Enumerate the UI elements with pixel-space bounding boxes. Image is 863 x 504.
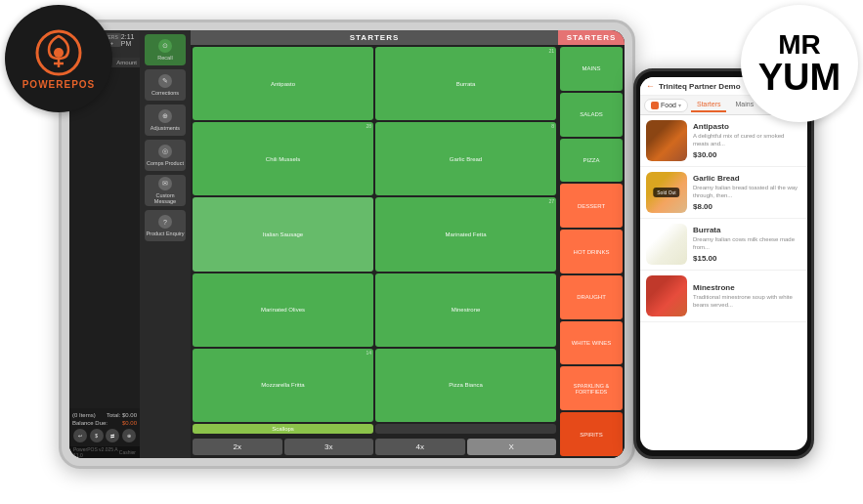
recall-icon: ⊙ bbox=[158, 39, 172, 53]
antipasto-price: $30.00 bbox=[693, 150, 801, 159]
phone-item-burrata[interactable]: Burrata Dreamy Italian cows milk cheese … bbox=[640, 219, 807, 271]
minestrone-name: Minestrone bbox=[693, 283, 801, 292]
total-value: Total: $0.00 bbox=[107, 412, 137, 418]
burrata-info: Burrata Dreamy Italian cows milk cheese … bbox=[693, 226, 801, 264]
product-enquiry-icon: ? bbox=[158, 215, 172, 229]
time-display: 2:11 PM bbox=[121, 33, 137, 47]
comps-icon: ◎ bbox=[158, 145, 172, 158]
multiplier-4x[interactable]: 4x bbox=[375, 439, 465, 455]
phone-menu-list: Antipasto A delightful mix of cured or s… bbox=[640, 115, 807, 450]
items-count: (0 Items) bbox=[72, 412, 96, 418]
pay-btn[interactable]: $ bbox=[90, 429, 104, 442]
starters-header: STARTERS bbox=[191, 30, 558, 45]
burrata-desc: Dreamy Italian cows milk cheese made fro… bbox=[693, 236, 801, 252]
multiplier-2x[interactable]: 2x bbox=[193, 439, 282, 455]
cat-draught[interactable]: DRAUGHT bbox=[560, 275, 623, 319]
menu-item-burrata[interactable]: 21 Burrata bbox=[375, 47, 556, 120]
mryum-logo: MR YUM bbox=[741, 5, 858, 122]
cat-white-wines[interactable]: WHITE WINES bbox=[560, 321, 623, 365]
product-enquiry-btn[interactable]: ? Product Enquiry bbox=[145, 210, 186, 241]
comps-btn[interactable]: ◎ Comps Product bbox=[145, 140, 186, 171]
food-tab-btn[interactable]: Food ▾ bbox=[644, 99, 688, 112]
menu-grid-items: Antipasto 21 Burrata 28 Chili Mussels 8 … bbox=[191, 45, 558, 436]
menu-item-mozzarella-fritta[interactable]: 14 Mozzarella Fritta bbox=[193, 349, 373, 422]
pos-items-list bbox=[69, 67, 140, 408]
cat-sparkling[interactable]: SPARKLING & FORTIFIEDS bbox=[560, 366, 623, 410]
menu-item-minestrone[interactable]: Minestrone bbox=[375, 273, 556, 347]
menu-item-scallops[interactable]: Scallops bbox=[193, 424, 373, 434]
cat-pizza[interactable]: PIZZA bbox=[560, 139, 623, 183]
phone-device: ← Triniteq Partner Demo Food ▾ Starters … bbox=[633, 68, 814, 459]
corrections-icon: ✎ bbox=[158, 74, 172, 88]
antipasto-name: Antipasto bbox=[693, 122, 801, 131]
split-btn[interactable]: ⊕ bbox=[122, 429, 136, 442]
pos-balance: Balance Due: $0.00 bbox=[72, 420, 137, 426]
last-receipt-btn[interactable]: ↩ bbox=[73, 429, 87, 442]
yum-text: YUM bbox=[758, 59, 841, 96]
category-column: STARTERS MAINS SALADS PIZZA DESSERT HOT … bbox=[558, 30, 625, 458]
corrections-btn[interactable]: ✎ Corrections bbox=[145, 69, 186, 101]
antipasto-desc: A delightful mix of cured or smoked meat… bbox=[693, 133, 801, 148]
menu-item-antipasto[interactable]: Antipasto bbox=[193, 47, 373, 120]
antipasto-image bbox=[646, 120, 687, 161]
adjustments-label: Adjustments bbox=[151, 125, 180, 131]
comps-label: Comps Product bbox=[147, 160, 184, 166]
amount-col: Amount bbox=[116, 60, 137, 65]
cat-spirits[interactable]: SPIRITS bbox=[560, 412, 623, 456]
pos-grid-area: STARTERS Antipasto 21 Burrata 28 Chili M… bbox=[191, 30, 625, 458]
sold-out-badge: Sold Out bbox=[653, 188, 679, 197]
custom-msg-btn[interactable]: ✉ Custom Message bbox=[145, 175, 186, 206]
tablet-screen: SEAT - 0 + COVERS - 0 + 2:11 PM shell Qt… bbox=[69, 30, 625, 458]
multiplier-3x[interactable]: 3x bbox=[284, 439, 374, 455]
phone-item-garlic-bread[interactable]: Sold Out Garlic Bread Dreamy Italian bre… bbox=[640, 167, 807, 219]
pos-right-sidebar: ⊙ Recall ✎ Corrections ⊕ Adjustments ◎ C… bbox=[140, 30, 191, 458]
menu-item-chili-mussels[interactable]: 28 Chili Mussels bbox=[193, 122, 373, 195]
recall-label: Recall bbox=[157, 55, 172, 61]
burrata-price: $15.00 bbox=[693, 254, 801, 263]
version-text: PowerPOS v2.025 A 11.0 bbox=[73, 446, 119, 458]
pos-main-area: STARTERS Antipasto 21 Burrata 28 Chili M… bbox=[191, 30, 625, 458]
starters-tab[interactable]: Starters bbox=[691, 98, 727, 112]
cat-dessert[interactable]: DESSERT bbox=[560, 184, 623, 228]
burrata-name: Burrata bbox=[693, 226, 801, 234]
menu-item-garlic-bread[interactable]: 8 Garlic Bread bbox=[375, 122, 556, 195]
back-arrow[interactable]: ← bbox=[646, 81, 655, 91]
garlic-bread-name: Garlic Bread bbox=[693, 174, 801, 183]
custom-msg-icon: ✉ bbox=[158, 177, 172, 190]
pos-multipliers: 2x 3x 4x X bbox=[191, 436, 558, 458]
menu-item-empty bbox=[375, 424, 556, 434]
balance-value: $0.00 bbox=[122, 420, 137, 426]
starters-cat-header: STARTERS bbox=[558, 30, 625, 45]
phone-title: Triniteq Partner Demo bbox=[659, 82, 741, 91]
version-bar: PowerPOS v2.025 A 11.0 Cashier bbox=[69, 446, 140, 458]
menu-grid: STARTERS Antipasto 21 Burrata 28 Chili M… bbox=[191, 30, 558, 458]
adjustments-icon: ⊕ bbox=[158, 109, 172, 123]
burrata-image bbox=[646, 224, 687, 265]
powerepos-text: POWEREPOS bbox=[22, 79, 96, 90]
multiplier-x[interactable]: X bbox=[467, 439, 557, 455]
tablet-device: SEAT - 0 + COVERS - 0 + 2:11 PM shell Qt… bbox=[59, 20, 635, 469]
menu-item-marinated-fetta[interactable]: 27 Marinated Fetta bbox=[375, 197, 556, 271]
garlic-bread-desc: Dreamy Italian bread toasted all the way… bbox=[693, 185, 801, 200]
cat-salads[interactable]: SALADS bbox=[560, 93, 623, 137]
minestrone-desc: Traditional minestrone soup with white b… bbox=[693, 294, 801, 310]
food-icon bbox=[651, 102, 659, 109]
pos-bottom-area: (0 Items) Total: $0.00 Balance Due: $0.0… bbox=[69, 408, 140, 446]
category-items: MAINS SALADS PIZZA DESSERT HOT DRINKS DR… bbox=[558, 45, 625, 458]
cat-mains[interactable]: MAINS bbox=[560, 47, 623, 91]
antipasto-info: Antipasto A delightful mix of cured or s… bbox=[693, 122, 801, 160]
cat-hot-drinks[interactable]: HOT DRINKS bbox=[560, 230, 623, 273]
corrections-label: Corrections bbox=[151, 90, 179, 96]
phone-item-minestrone[interactable]: Minestrone Traditional minestrone soup w… bbox=[640, 271, 807, 322]
recall-btn[interactable]: ⊙ Recall bbox=[145, 34, 186, 65]
menu-item-pizza-bianca[interactable]: Pizza Bianca bbox=[375, 349, 556, 422]
svg-point-1 bbox=[54, 48, 64, 58]
adjustments-btn[interactable]: ⊕ Adjustments bbox=[145, 105, 186, 136]
phone-item-antipasto[interactable]: Antipasto A delightful mix of cured or s… bbox=[640, 115, 807, 167]
minestrone-info: Minestrone Traditional minestrone soup w… bbox=[693, 283, 801, 310]
menu-item-italian-sausage[interactable]: Italian Sausage bbox=[193, 197, 373, 271]
transfer-btn[interactable]: ⇄ bbox=[106, 429, 119, 442]
custom-msg-label: Custom Message bbox=[145, 192, 186, 204]
menu-item-marinated-olives[interactable]: Marinated Olives bbox=[193, 273, 373, 347]
product-enquiry-label: Product Enquiry bbox=[146, 231, 184, 236]
